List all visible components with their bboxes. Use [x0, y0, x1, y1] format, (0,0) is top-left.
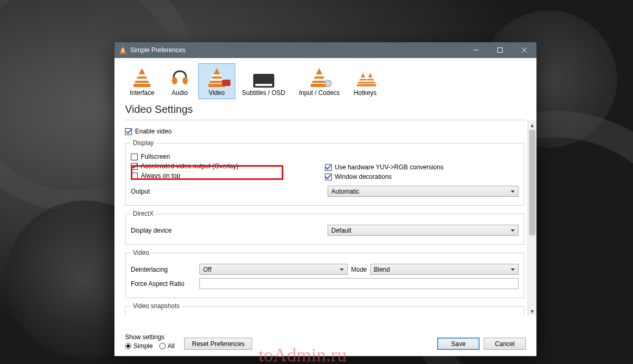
deinterlacing-value: Off	[203, 266, 212, 273]
preferences-window: Simple Preferences Interface Audio Video…	[114, 42, 536, 356]
mode-value: Blend	[374, 266, 390, 273]
output-value: Automatic	[331, 188, 359, 195]
video-group: Video Deinterlacing Off Mode Blend Force…	[125, 249, 524, 298]
window-decorations-row[interactable]: Window decorations	[325, 173, 519, 180]
force-aspect-input[interactable]	[199, 278, 519, 289]
scroll-down-icon[interactable]: ▾	[528, 306, 536, 315]
tab-subtitles[interactable]: Subtitles / OSD	[235, 63, 292, 99]
directx-group: DirectX Display device Default	[125, 210, 524, 245]
tab-label: Audio	[171, 89, 188, 97]
svg-rect-5	[498, 48, 503, 53]
tab-video[interactable]: Video	[198, 63, 235, 99]
output-label: Output	[131, 188, 184, 195]
show-settings-label: Show settings	[125, 333, 179, 341]
tab-label: Hotkeys	[353, 89, 376, 97]
footer: Show settings Simple All Reset Preferenc…	[114, 330, 536, 356]
close-button[interactable]	[512, 42, 536, 58]
deinterlacing-dropdown[interactable]: Off	[199, 264, 348, 275]
display-device-dropdown[interactable]: Default	[328, 225, 519, 236]
always-on-top-checkbox[interactable]	[131, 173, 138, 179]
cones-icon	[354, 68, 376, 87]
category-tabs: Interface Audio Video Subtitles / OSD In…	[114, 58, 536, 102]
always-on-top-label: Always on top	[141, 172, 180, 179]
window-title: Simple Preferences	[130, 46, 464, 54]
fullscreen-row[interactable]: Fullscreen	[131, 153, 325, 160]
tab-label: Video	[208, 89, 224, 97]
page-title: Video Settings	[114, 102, 536, 120]
save-button[interactable]: Save	[437, 338, 479, 350]
yuv-rgb-row[interactable]: Use hardware YUV->RGB conversions	[325, 164, 519, 171]
reset-button[interactable]: Reset Preferences	[184, 338, 252, 350]
enable-video-checkbox[interactable]	[125, 128, 132, 135]
cone-disc-icon	[311, 68, 328, 87]
snapshots-group: Video snapshots Directory Browse	[125, 302, 524, 315]
simple-radio[interactable]	[125, 343, 131, 349]
svg-point-9	[183, 77, 188, 84]
cone-film-icon	[208, 68, 225, 87]
all-radio[interactable]	[159, 343, 166, 349]
yuv-rgb-label: Use hardware YUV->RGB conversions	[335, 164, 444, 171]
cancel-button[interactable]: Cancel	[484, 338, 526, 350]
scroll-up-icon[interactable]: ▴	[528, 120, 536, 129]
minimize-button[interactable]	[464, 42, 488, 58]
snapshots-legend: Video snapshots	[131, 302, 182, 310]
tab-label: Subtitles / OSD	[242, 89, 285, 97]
all-radio-label: All	[168, 342, 175, 350]
scrollbar-thumb[interactable]	[529, 130, 535, 235]
settings-content: Enable video Display Fullscreen Accelera…	[114, 120, 528, 315]
svg-point-8	[172, 77, 177, 84]
force-aspect-label: Force Aspect Ratio	[131, 280, 199, 288]
accelerated-checkbox[interactable]	[131, 163, 138, 170]
vlc-cone-icon	[119, 46, 127, 54]
vertical-scrollbar[interactable]: ▴ ▾	[528, 120, 536, 315]
fullscreen-checkbox[interactable]	[131, 154, 138, 160]
deinterlacing-label: Deinterlacing	[131, 266, 199, 273]
display-group: Display Fullscreen Accelerated video out…	[125, 139, 524, 206]
accelerated-row[interactable]: Accelerated video output (Overlay)	[131, 162, 325, 170]
fullscreen-label: Fullscreen	[141, 153, 170, 160]
maximize-button[interactable]	[488, 42, 512, 58]
tab-input-codecs[interactable]: Input / Codecs	[292, 63, 347, 99]
output-dropdown[interactable]: Automatic	[328, 186, 519, 197]
tab-label: Input / Codecs	[299, 89, 340, 97]
window-decorations-label: Window decorations	[335, 173, 392, 180]
enable-video-row[interactable]: Enable video	[125, 128, 524, 135]
tab-audio[interactable]: Audio	[161, 63, 198, 99]
mode-label: Mode	[351, 266, 367, 273]
accelerated-label: Accelerated video output (Overlay)	[141, 162, 238, 170]
yuv-rgb-checkbox[interactable]	[325, 164, 332, 171]
display-legend: Display	[131, 139, 156, 147]
titlebar[interactable]: Simple Preferences	[114, 42, 536, 58]
svg-rect-3	[121, 51, 124, 52]
video-legend: Video	[131, 249, 151, 256]
subtitles-icon	[253, 74, 274, 88]
display-device-label: Display device	[131, 227, 184, 234]
tab-hotkeys[interactable]: Hotkeys	[347, 63, 383, 99]
window-decorations-checkbox[interactable]	[325, 174, 332, 180]
mode-dropdown[interactable]: Blend	[370, 264, 519, 275]
display-device-value: Default	[331, 227, 351, 234]
enable-video-label: Enable video	[135, 128, 171, 135]
headphones-icon	[170, 68, 189, 87]
always-on-top-row[interactable]: Always on top	[131, 172, 325, 179]
svg-rect-2	[121, 49, 124, 50]
simple-radio-label: Simple	[133, 342, 153, 350]
svg-rect-1	[120, 53, 126, 54]
cone-icon	[133, 68, 150, 87]
directx-legend: DirectX	[131, 210, 156, 217]
tab-interface[interactable]: Interface	[123, 63, 161, 99]
tab-label: Interface	[130, 89, 155, 97]
